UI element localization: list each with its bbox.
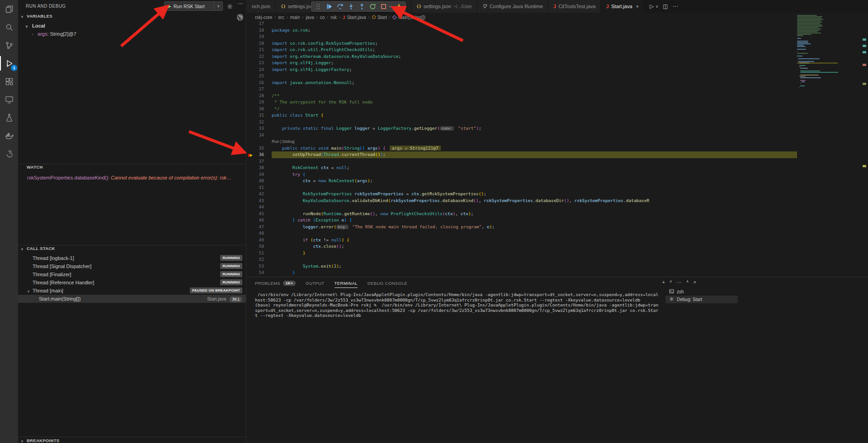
breadcrumb-item[interactable]: co	[320, 15, 325, 20]
open-preview-icon[interactable]	[237, 14, 242, 20]
stack-frame-row[interactable]: Start.main(String[])Start.java36:1	[18, 295, 246, 303]
tab-start-java[interactable]: JStart.java×	[601, 0, 644, 13]
step-into-icon[interactable]	[346, 2, 355, 11]
variable-args-row[interactable]: › args: String[2]@7	[18, 30, 246, 38]
run-dropdown-icon[interactable]: ∨	[656, 5, 658, 9]
code-line[interactable]: 49 if (ctx != null) {	[247, 237, 797, 244]
breakpoints-section-header[interactable]: ∨ BREAKPOINTS	[18, 438, 246, 443]
breadcrumb-item[interactable]: rskj-core	[255, 15, 272, 20]
code-line[interactable]: 44	[247, 204, 797, 211]
extensions-icon[interactable]	[0, 72, 18, 90]
code-line[interactable]: 43 KeyValueDataSource.validateDbKind(rsk…	[247, 198, 797, 204]
step-over-icon[interactable]	[335, 2, 344, 11]
code-line[interactable]: 37	[247, 158, 797, 165]
code-line[interactable]: 38 RskContext ctx = null;	[247, 165, 797, 171]
code-line[interactable]: 46 } catch (Exception e) {	[247, 217, 797, 224]
files-icon[interactable]	[0, 0, 18, 18]
codelens-run-debug[interactable]: Run | Debug	[272, 138, 797, 145]
code-line[interactable]: 32	[247, 119, 797, 126]
step-out-icon[interactable]	[357, 2, 366, 11]
restart-icon[interactable]	[368, 2, 377, 11]
run-file-icon[interactable]: ▷	[650, 3, 654, 9]
code-line[interactable]: 21import co.rsk.util.PreflightChecksUtil…	[247, 47, 797, 53]
code-line[interactable]: 45 runNode(Runtime.getRuntime(), new Pre…	[247, 211, 797, 217]
more-actions-icon[interactable]: ⋯	[672, 3, 678, 9]
code-line[interactable]: 20import co.rsk.config.RskSystemProperti…	[247, 40, 797, 47]
code-line[interactable]: 18package co.rsk;	[247, 27, 797, 34]
run-config-button[interactable]: ▶ Run RSK Start ∨	[164, 1, 223, 11]
remote-explorer-icon[interactable]	[0, 90, 18, 108]
code-line[interactable]: 41	[247, 184, 797, 191]
code-line[interactable]: 25	[247, 73, 797, 80]
chevron-down-icon[interactable]	[388, 2, 392, 11]
code-line[interactable]: 50 ctx.close();	[247, 243, 797, 250]
panel-tab-output[interactable]: OUTPUT	[306, 277, 324, 289]
code-line[interactable]: 27	[247, 86, 797, 93]
codelens-row[interactable]: Run | Debug	[247, 138, 797, 145]
variables-section-header[interactable]: ∨ VARIABLES	[18, 14, 246, 22]
panel-tab-debug-console[interactable]: DEBUG CONSOLE	[368, 277, 407, 289]
test-flask-icon[interactable]	[0, 108, 18, 127]
continue-icon[interactable]	[325, 2, 334, 11]
tab-configure-java-runtime[interactable]: Configure Java Runtime	[477, 0, 548, 13]
call-stack-section-header[interactable]: ∨ CALL STACK	[18, 246, 246, 254]
thread-row[interactable]: Thread [Signal Dispatcher]RUNNING	[18, 262, 246, 270]
code-line[interactable]: 28/**	[247, 93, 797, 99]
more-actions-icon[interactable]: ⋯	[238, 0, 244, 7]
panel-tab-terminal[interactable]: TERMINAL	[335, 277, 358, 289]
gradle-icon[interactable]	[0, 145, 18, 163]
code-line[interactable]: 52	[247, 256, 797, 263]
current-line-breakpoint-icon[interactable]	[248, 153, 254, 157]
breadcrumb-item[interactable]: main(String[])	[393, 15, 425, 20]
thread-row[interactable]: Thread [logback-1]RUNNING	[18, 254, 246, 262]
tab-clitoolstest-java[interactable]: JCliToolsTest.java	[548, 0, 601, 13]
hot-code-replace-icon[interactable]	[394, 2, 403, 11]
code-line[interactable]: 47 logger.error(msg: "The RSK node main …	[247, 224, 797, 231]
split-editor-icon[interactable]: ◫	[663, 3, 668, 9]
variables-scope-local[interactable]: ∨ Local	[18, 22, 246, 30]
code-line[interactable]: 17	[247, 22, 797, 27]
terminal-list-item-zsh[interactable]: zsh	[665, 288, 738, 296]
code-editor[interactable]: 1718package co.rsk;1920import co.rsk.con…	[247, 22, 797, 277]
source-control-icon[interactable]	[0, 36, 18, 54]
code-line[interactable]: 35 public static void main(String[] args…	[247, 145, 797, 152]
code-line[interactable]: 39 try {	[247, 171, 797, 178]
chevron-down-icon[interactable]: ∨	[214, 2, 222, 10]
code-line[interactable]: 19	[247, 33, 797, 40]
tab-nch-json[interactable]: nch.json	[247, 0, 276, 13]
code-line[interactable]: 54 }	[247, 269, 797, 276]
watch-section-header[interactable]: WATCH	[18, 165, 246, 173]
breadcrumb-item[interactable]: src	[278, 15, 284, 20]
watch-expression-row[interactable]: rskSystemProperties.databaseKind(): Cann…	[18, 174, 246, 182]
search-icon[interactable]	[0, 18, 18, 36]
code-line[interactable]: 42 RskSystemProperties rskSystemProperti…	[247, 191, 797, 198]
code-line[interactable]: 31public class Start {	[247, 112, 797, 119]
docker-icon[interactable]	[0, 127, 18, 145]
breadcrumb-item[interactable]: java	[306, 15, 314, 20]
panel-tab-problems[interactable]: PROBLEMS1K+	[255, 277, 296, 289]
code-line[interactable]: 22import org.ethereum.datasource.KeyValu…	[247, 53, 797, 60]
terminal-list-item-debug-start[interactable]: Debug: Start	[665, 296, 738, 303]
thread-row[interactable]: Thread [Finalizer]RUNNING	[18, 270, 246, 278]
code-line[interactable]: 30 */	[247, 106, 797, 113]
stop-icon[interactable]	[379, 2, 388, 11]
breadcrumb-item[interactable]: main	[290, 15, 300, 20]
minimap[interactable]	[797, 15, 838, 96]
code-line[interactable]: 24import org.slf4j.LoggerFactory;	[247, 66, 797, 73]
code-line[interactable]: 34	[247, 132, 797, 139]
maximize-panel-icon[interactable]: ∧	[686, 279, 689, 285]
code-line[interactable]: 53 System.exit(1);	[247, 263, 797, 270]
terminal-output[interactable]: /usr/bin/env /Library/Internet\ Plug-Ins…	[255, 292, 660, 318]
code-line[interactable]: 51 }	[247, 250, 797, 257]
breadcrumb-item[interactable]: rsk	[330, 15, 336, 20]
code-line[interactable]: 26import javax.annotation.Nonnull;	[247, 80, 797, 86]
breadcrumb-item[interactable]: Start	[372, 15, 387, 20]
thread-row[interactable]: Thread [Reference Handler]RUNNING	[18, 278, 246, 287]
code-line[interactable]: 33 private static final Logger logger = …	[247, 125, 797, 132]
thread-row[interactable]: ∨Thread [main]PAUSED ON BREAKPOINT	[18, 287, 246, 295]
code-line[interactable]: 29 * The entrypoint for the RSK full nod…	[247, 99, 797, 106]
code-line[interactable]: 23import org.slf4j.Logger;	[247, 60, 797, 66]
close-icon[interactable]: ×	[636, 4, 639, 9]
more-actions-icon[interactable]: ⋯	[677, 279, 682, 285]
breadcrumb-item[interactable]: JStart.java	[343, 15, 366, 20]
